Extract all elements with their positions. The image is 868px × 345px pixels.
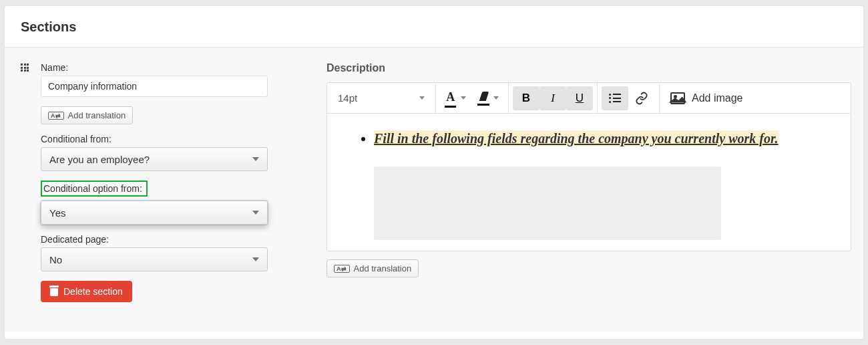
name-input[interactable]: [41, 76, 268, 97]
list-icon: [609, 94, 621, 103]
underline-button[interactable]: U: [566, 86, 593, 110]
italic-button[interactable]: I: [539, 86, 566, 110]
description-text: Fill in the following fields regarding t…: [374, 130, 779, 146]
font-size-value: 14pt: [338, 92, 357, 104]
link-icon: [635, 92, 648, 105]
conditional-option-select[interactable]: Yes: [41, 201, 268, 225]
add-translation-label: Add translation: [354, 263, 412, 273]
right-column: Description 14pt A: [327, 62, 851, 312]
add-translation-label: Add translation: [68, 110, 126, 120]
sections-panel: Sections Name: A⇄ Add translation: [4, 5, 864, 340]
text-color-icon: A: [446, 90, 455, 106]
add-translation-button-description[interactable]: A⇄ Add translation: [327, 259, 419, 277]
name-label: Name:: [41, 62, 308, 73]
editor-content[interactable]: Fill in the following fields regarding t…: [327, 114, 851, 251]
highlighter-icon: [477, 92, 489, 104]
content-image-placeholder: [374, 166, 721, 240]
chevron-down-icon: [419, 96, 425, 100]
dedicated-page-label: Dedicated page:: [41, 234, 308, 245]
translation-icon: A⇄: [48, 112, 64, 120]
description-label: Description: [327, 62, 851, 74]
delete-section-button[interactable]: Delete section: [41, 281, 132, 302]
bold-button[interactable]: B: [513, 86, 539, 110]
dedicated-page-value: No: [49, 254, 62, 265]
highlight-color-button[interactable]: [472, 86, 504, 110]
delete-section-label: Delete section: [63, 286, 123, 297]
drag-handle-icon[interactable]: [21, 64, 30, 73]
image-icon: [670, 92, 685, 104]
dedicated-page-select[interactable]: No: [41, 247, 268, 271]
left-column: Name: A⇄ Add translation Conditional fro…: [21, 62, 308, 312]
page-title: Sections: [21, 19, 847, 35]
editor-toolbar: 14pt A: [327, 83, 851, 114]
link-button[interactable]: [628, 86, 655, 110]
translation-icon: A⇄: [334, 265, 350, 273]
conditional-from-label: Conditional from:: [41, 134, 308, 144]
conditional-option-label-highlight: Conditional option from:: [41, 181, 148, 197]
bullet-list-button[interactable]: [602, 86, 628, 110]
panel-header: Sections: [5, 6, 863, 47]
add-image-button[interactable]: Add image: [664, 86, 750, 110]
conditional-option-value: Yes: [49, 207, 65, 219]
add-translation-button[interactable]: A⇄ Add translation: [41, 106, 133, 124]
conditional-from-select[interactable]: Are you an employee?: [41, 147, 268, 171]
conditional-option-label: Conditional option from:: [43, 183, 142, 194]
chevron-down-icon: [493, 96, 499, 100]
chevron-down-icon: [461, 96, 466, 100]
trash-icon: [50, 287, 58, 296]
conditional-from-value: Are you an employee?: [49, 154, 150, 165]
add-image-label: Add image: [692, 92, 743, 104]
rich-text-editor: 14pt A: [327, 82, 851, 251]
text-color-button[interactable]: A: [440, 86, 472, 110]
panel-body: Name: A⇄ Add translation Conditional fro…: [5, 47, 863, 332]
font-size-select[interactable]: 14pt: [331, 87, 431, 110]
